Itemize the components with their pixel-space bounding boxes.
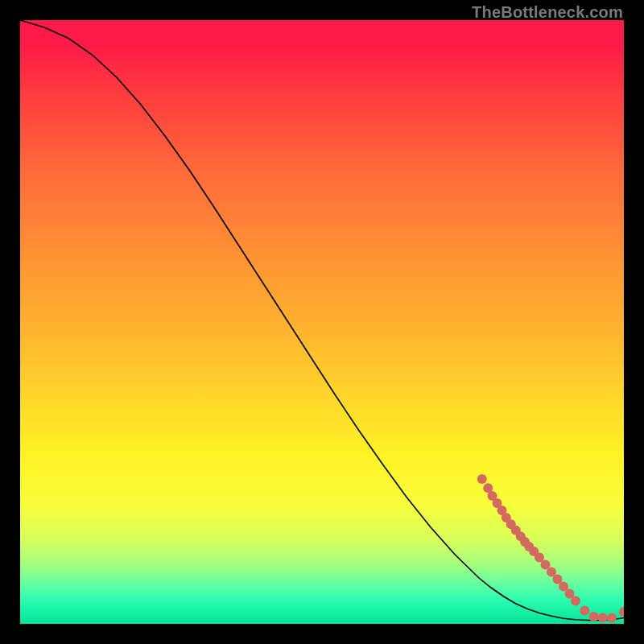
chart-overlay-svg — [20, 20, 624, 624]
cluster-point — [619, 607, 624, 617]
plot-area — [20, 20, 624, 624]
cluster-point — [589, 612, 599, 621]
watermark-text: TheBottleneck.com — [472, 3, 623, 22]
cluster-points-group — [477, 474, 624, 623]
chart-stage: TheBottleneck.com — [0, 0, 644, 644]
cluster-point — [607, 613, 617, 623]
cluster-point — [580, 606, 589, 616]
cluster-point — [571, 597, 580, 606]
cluster-point — [598, 613, 608, 623]
cluster-point — [477, 474, 487, 484]
curve-line — [20, 20, 624, 621]
